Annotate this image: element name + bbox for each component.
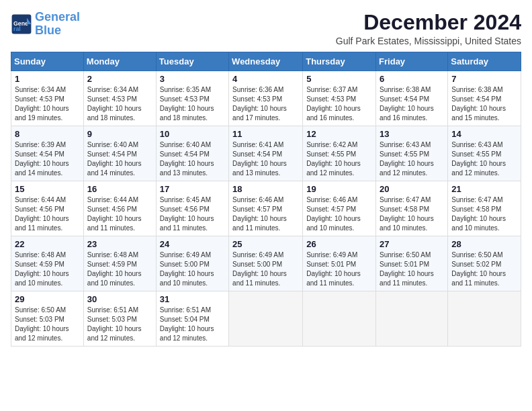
day-number: 4 [232,74,299,84]
table-row: 19 Sunrise: 6:46 AM Sunset: 4:57 PM Dayl… [303,181,376,236]
table-row: 24 Sunrise: 6:49 AM Sunset: 5:00 PM Dayl… [156,236,228,291]
table-row: 28 Sunrise: 6:50 AM Sunset: 5:02 PM Dayl… [448,236,521,291]
title-area: December 2024 Gulf Park Estates, Mississ… [336,11,521,46]
day-number: 31 [160,294,225,304]
day-number: 24 [160,239,225,249]
day-number: 22 [15,239,80,249]
table-row: 18 Sunrise: 6:46 AM Sunset: 4:57 PM Dayl… [229,181,303,236]
day-info: Sunrise: 6:39 AM Sunset: 4:54 PM Dayligh… [15,140,80,178]
day-info: Sunrise: 6:50 AM Sunset: 5:02 PM Dayligh… [451,250,517,288]
day-number: 5 [306,74,372,84]
day-info: Sunrise: 6:37 AM Sunset: 4:53 PM Dayligh… [306,85,372,123]
table-row: 15 Sunrise: 6:44 AM Sunset: 4:56 PM Dayl… [11,181,84,236]
table-row: 17 Sunrise: 6:45 AM Sunset: 4:56 PM Dayl… [156,181,228,236]
logo-icon: Gene ral [11,13,32,35]
table-row: 22 Sunrise: 6:48 AM Sunset: 4:59 PM Dayl… [11,236,84,291]
table-row [303,291,376,347]
col-monday: Monday [83,52,156,71]
day-info: Sunrise: 6:43 AM Sunset: 4:55 PM Dayligh… [380,140,444,178]
day-info: Sunrise: 6:41 AM Sunset: 4:54 PM Dayligh… [232,140,299,178]
table-row: 14 Sunrise: 6:43 AM Sunset: 4:55 PM Dayl… [448,126,521,181]
col-friday: Friday [376,52,448,71]
table-row: 20 Sunrise: 6:47 AM Sunset: 4:58 PM Dayl… [376,181,448,236]
calendar-table: Sunday Monday Tuesday Wednesday Thursday… [11,52,521,347]
day-number: 2 [87,74,152,84]
table-row: 1 Sunrise: 6:34 AM Sunset: 4:53 PM Dayli… [11,71,84,126]
table-row: 4 Sunrise: 6:36 AM Sunset: 4:53 PM Dayli… [229,71,303,126]
day-number: 27 [380,239,444,249]
day-info: Sunrise: 6:51 AM Sunset: 5:04 PM Dayligh… [160,306,225,343]
page-header: Gene ral General Blue December 2024 Gulf… [11,11,521,46]
table-row: 29 Sunrise: 6:50 AM Sunset: 5:03 PM Dayl… [11,291,84,347]
calendar-header-row: Sunday Monday Tuesday Wednesday Thursday… [11,52,521,71]
table-row: 7 Sunrise: 6:38 AM Sunset: 4:54 PM Dayli… [448,71,521,126]
col-sunday: Sunday [11,52,84,71]
day-info: Sunrise: 6:50 AM Sunset: 5:03 PM Dayligh… [15,306,80,343]
day-info: Sunrise: 6:46 AM Sunset: 4:57 PM Dayligh… [232,195,299,233]
table-row: 25 Sunrise: 6:49 AM Sunset: 5:00 PM Dayl… [229,236,303,291]
day-info: Sunrise: 6:38 AM Sunset: 4:54 PM Dayligh… [451,85,517,123]
day-number: 30 [87,294,152,304]
table-row [376,291,448,347]
day-number: 1 [15,74,80,84]
day-info: Sunrise: 6:42 AM Sunset: 4:55 PM Dayligh… [306,140,372,178]
logo-text: General Blue [35,11,80,38]
week-row-5: 29 Sunrise: 6:50 AM Sunset: 5:03 PM Dayl… [11,291,521,347]
day-info: Sunrise: 6:38 AM Sunset: 4:54 PM Dayligh… [380,85,444,123]
table-row: 31 Sunrise: 6:51 AM Sunset: 5:04 PM Dayl… [156,291,228,347]
day-number: 9 [87,129,152,139]
day-info: Sunrise: 6:47 AM Sunset: 4:58 PM Dayligh… [380,195,444,233]
month-title: December 2024 [336,11,521,34]
day-number: 11 [232,129,299,139]
day-info: Sunrise: 6:45 AM Sunset: 4:56 PM Dayligh… [160,195,225,233]
day-number: 13 [380,129,444,139]
day-info: Sunrise: 6:47 AM Sunset: 4:58 PM Dayligh… [451,195,517,233]
table-row [448,291,521,347]
day-info: Sunrise: 6:35 AM Sunset: 4:53 PM Dayligh… [160,85,225,123]
table-row: 12 Sunrise: 6:42 AM Sunset: 4:55 PM Dayl… [303,126,376,181]
week-row-4: 22 Sunrise: 6:48 AM Sunset: 4:59 PM Dayl… [11,236,521,291]
day-info: Sunrise: 6:40 AM Sunset: 4:54 PM Dayligh… [87,140,152,178]
day-number: 7 [451,74,517,84]
day-number: 25 [232,239,299,249]
table-row: 16 Sunrise: 6:44 AM Sunset: 4:56 PM Dayl… [83,181,156,236]
week-row-1: 1 Sunrise: 6:34 AM Sunset: 4:53 PM Dayli… [11,71,521,126]
table-row: 2 Sunrise: 6:34 AM Sunset: 4:53 PM Dayli… [83,71,156,126]
table-row: 26 Sunrise: 6:49 AM Sunset: 5:01 PM Dayl… [303,236,376,291]
day-number: 10 [160,129,225,139]
day-number: 18 [232,184,299,194]
day-info: Sunrise: 6:49 AM Sunset: 5:00 PM Dayligh… [232,250,299,288]
table-row: 10 Sunrise: 6:40 AM Sunset: 4:54 PM Dayl… [156,126,228,181]
table-row: 30 Sunrise: 6:51 AM Sunset: 5:03 PM Dayl… [83,291,156,347]
day-info: Sunrise: 6:48 AM Sunset: 4:59 PM Dayligh… [87,250,152,288]
day-info: Sunrise: 6:36 AM Sunset: 4:53 PM Dayligh… [232,85,299,123]
day-info: Sunrise: 6:44 AM Sunset: 4:56 PM Dayligh… [87,195,152,233]
logo: Gene ral General Blue [11,11,80,38]
table-row: 8 Sunrise: 6:39 AM Sunset: 4:54 PM Dayli… [11,126,84,181]
day-info: Sunrise: 6:46 AM Sunset: 4:57 PM Dayligh… [306,195,372,233]
week-row-3: 15 Sunrise: 6:44 AM Sunset: 4:56 PM Dayl… [11,181,521,236]
day-number: 15 [15,184,80,194]
table-row: 3 Sunrise: 6:35 AM Sunset: 4:53 PM Dayli… [156,71,228,126]
day-number: 6 [380,74,444,84]
week-row-2: 8 Sunrise: 6:39 AM Sunset: 4:54 PM Dayli… [11,126,521,181]
table-row: 21 Sunrise: 6:47 AM Sunset: 4:58 PM Dayl… [448,181,521,236]
day-number: 8 [15,129,80,139]
table-row: 27 Sunrise: 6:50 AM Sunset: 5:01 PM Dayl… [376,236,448,291]
day-number: 20 [380,184,444,194]
day-info: Sunrise: 6:50 AM Sunset: 5:01 PM Dayligh… [380,250,444,288]
col-tuesday: Tuesday [156,52,228,71]
location-title: Gulf Park Estates, Mississippi, United S… [336,36,521,46]
day-number: 19 [306,184,372,194]
day-number: 16 [87,184,152,194]
col-thursday: Thursday [303,52,376,71]
col-wednesday: Wednesday [229,52,303,71]
day-number: 12 [306,129,372,139]
day-info: Sunrise: 6:48 AM Sunset: 4:59 PM Dayligh… [15,250,80,288]
day-number: 3 [160,74,225,84]
table-row: 11 Sunrise: 6:41 AM Sunset: 4:54 PM Dayl… [229,126,303,181]
day-number: 28 [451,239,517,249]
day-info: Sunrise: 6:34 AM Sunset: 4:53 PM Dayligh… [87,85,152,123]
day-info: Sunrise: 6:51 AM Sunset: 5:03 PM Dayligh… [87,306,152,343]
table-row: 23 Sunrise: 6:48 AM Sunset: 4:59 PM Dayl… [83,236,156,291]
